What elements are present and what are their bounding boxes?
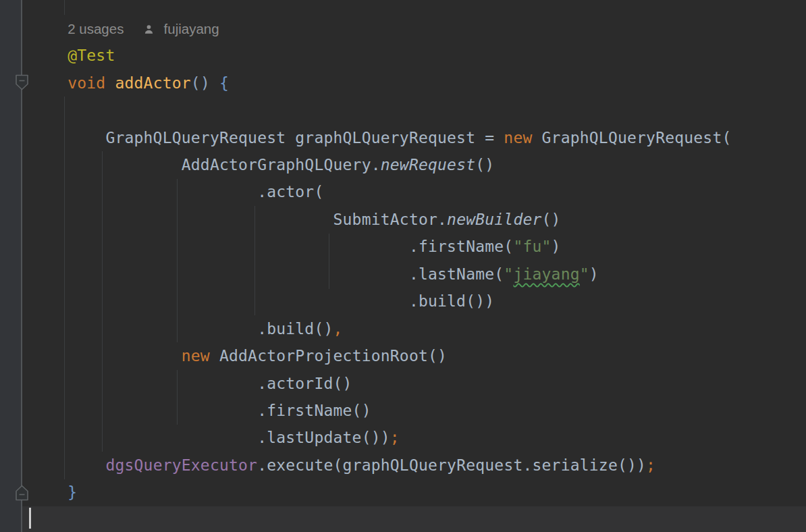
usages-inlay-hint[interactable]: 2 usages	[68, 21, 124, 36]
code-token: dgsQueryExecutor	[105, 456, 257, 474]
code-line[interactable]: @Test	[30, 42, 806, 69]
code-token: .firstName()	[30, 402, 371, 419]
code-token: AddActorProjectionRoot()	[210, 347, 447, 365]
code-token: .execute(graphQLQueryRequest.serialize()…	[257, 456, 646, 474]
text-caret	[29, 508, 31, 529]
code-token	[30, 456, 105, 474]
code-token: ()	[191, 74, 210, 92]
code-token: new	[182, 347, 210, 365]
code-token: addActor	[115, 74, 190, 92]
code-token	[105, 74, 115, 92]
code-token: .actor(	[30, 183, 323, 201]
code-token: .lastUpdate())	[30, 429, 390, 446]
code-token: .lastName(	[30, 265, 504, 283]
code-token: ,	[333, 320, 343, 338]
caret-line[interactable]	[30, 506, 806, 532]
code-token	[210, 74, 219, 92]
partial-line[interactable]	[30, 0, 806, 15]
code-token: {	[219, 74, 229, 92]
code-token	[30, 20, 68, 37]
code-token: ;	[646, 456, 655, 474]
code-token: GraphQLQueryRequest graphQLQueryRequest …	[30, 129, 504, 147]
code-line[interactable]: .build(),	[30, 315, 806, 342]
code-token: )	[552, 238, 561, 255]
code-line[interactable]: GraphQLQueryRequest graphQLQueryRequest …	[30, 124, 806, 151]
code-line[interactable]: .build())	[30, 288, 806, 315]
code-token: .actorId()	[30, 375, 352, 392]
code-token: ;	[390, 429, 400, 446]
code-token: "	[580, 265, 589, 283]
author-inlay-hint[interactable]: fujiayang	[164, 21, 219, 36]
code-line[interactable]: .actor(	[30, 178, 806, 205]
code-token: ()	[542, 211, 561, 228]
code-line[interactable]: AddActorGraphQLQuery.newRequest()	[30, 151, 806, 178]
code-token: GraphQLQueryRequest(	[533, 129, 732, 147]
code-editor[interactable]: 2 usages fujiayang @Test void addActor()…	[0, 0, 806, 532]
code-token: .build()	[30, 320, 333, 338]
code-token: SubmitActor.	[30, 211, 447, 228]
code-token: }	[68, 483, 77, 501]
code-token: newBuilder	[447, 211, 541, 228]
code-token: new	[504, 129, 532, 147]
code-line[interactable]: void addActor() {	[30, 70, 806, 97]
code-token	[30, 74, 68, 92]
code-line[interactable]: .firstName("fu")	[30, 233, 806, 260]
code-token: @Test	[68, 47, 115, 64]
code-line[interactable]: dgsQueryExecutor.execute(graphQLQueryReq…	[30, 452, 806, 479]
code-token: ()	[475, 156, 494, 174]
code-token	[124, 20, 142, 37]
person-icon	[143, 16, 155, 43]
fold-collapse-start-icon[interactable]	[15, 74, 29, 93]
inlay-hints-line[interactable]: 2 usages fujiayang	[30, 15, 806, 42]
code-token: jiayang	[513, 265, 579, 283]
code-token: .firstName(	[30, 238, 513, 255]
code-token	[30, 47, 68, 64]
code-line[interactable]: SubmitActor.newBuilder()	[30, 206, 806, 233]
fold-collapse-end-icon[interactable]	[15, 483, 29, 502]
code-line[interactable]: }	[30, 479, 806, 506]
code-token: )	[589, 265, 599, 283]
code-line[interactable]	[30, 97, 806, 124]
code-token: "fu"	[513, 238, 551, 255]
code-token: "	[504, 265, 513, 283]
code-token: newRequest	[381, 156, 475, 174]
code-line[interactable]: .lastUpdate());	[30, 424, 806, 451]
code-line[interactable]: .lastName("jiayang")	[30, 261, 806, 288]
code-token	[30, 347, 182, 365]
code-line[interactable]: new AddActorProjectionRoot()	[30, 342, 806, 369]
code-line[interactable]: .firstName()	[30, 397, 806, 424]
code-token: .build())	[30, 292, 494, 310]
code-token	[30, 483, 68, 501]
code-line[interactable]: .actorId()	[30, 370, 806, 397]
code-token: void	[68, 74, 105, 92]
code-token	[155, 20, 164, 37]
code-area[interactable]: 2 usages fujiayang @Test void addActor()…	[30, 0, 806, 532]
code-token: AddActorGraphQLQuery.	[30, 156, 381, 174]
